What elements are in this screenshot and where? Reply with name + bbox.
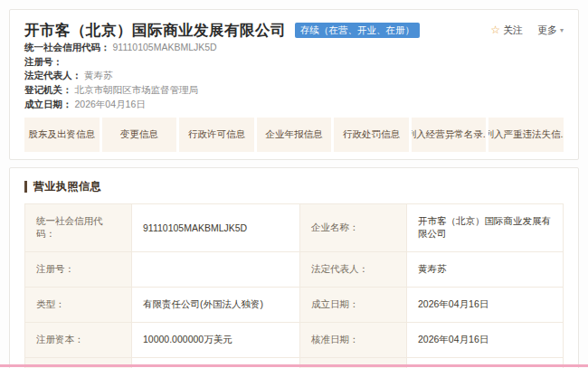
follow-label: 关注 [503, 24, 523, 37]
credit-code-label: 统一社会信用代码： [24, 42, 110, 52]
more-label: 更多 [537, 24, 557, 37]
more-button[interactable]: 更多 ▾ [537, 24, 564, 37]
info-line-credit-code: 统一社会信用代码：91110105MAKBMLJK5D [24, 42, 564, 53]
company-header-card: 开市客（北京）国际商业发展有限公司 存续（在营、开业、在册） ☆ 关注 更多 ▾… [9, 9, 579, 160]
business-license-card: 营业执照信息 统一社会信用代码： 91110105MAKBMLJK5D 企业名称… [9, 167, 579, 368]
table-value: 2026年04月16日 [407, 323, 563, 358]
company-name: 开市客（北京）国际商业发展有限公司 [24, 20, 286, 40]
info-line-authority: 登记机关：北京市朝阳区市场监督管理局 [24, 84, 564, 96]
authority-label: 登记机关： [24, 84, 72, 95]
table-value: 有限责任公司(外国法人独资) [132, 288, 300, 323]
table-value: 开市客（北京）国际商业发展有限公司 [407, 204, 563, 252]
tab-abnormal-list[interactable]: 列入经营异常名录... [412, 118, 487, 152]
table-label: 统一社会信用代码： [25, 204, 132, 252]
info-line-establish-date: 成立日期：2026年04月16日 [24, 99, 564, 110]
legal-rep-label: 法定代表人： [24, 70, 81, 80]
establish-date-label: 成立日期： [24, 99, 72, 109]
tab-admin-license[interactable]: 行政许可信息 [179, 118, 254, 152]
table-label: 法定代表人： [300, 252, 407, 288]
table-label: 成立日期： [300, 288, 407, 323]
establish-date-value: 2026年04月16日 [75, 99, 146, 109]
reg-number-label: 注册号： [24, 56, 62, 67]
tab-illegal-list[interactable]: 列入严重违法失信... [488, 118, 564, 152]
tab-shareholders[interactable]: 股东及出资信息 [24, 118, 100, 152]
section-title: 营业执照信息 [33, 179, 101, 194]
license-info-table: 统一社会信用代码： 91110105MAKBMLJK5D 企业名称： 开市客（北… [24, 203, 564, 368]
authority-value: 北京市朝阳区市场监督管理局 [75, 84, 199, 95]
tab-admin-penalty[interactable]: 行政处罚信息 [334, 118, 409, 152]
tabs-row: 股东及出资信息 变更信息 行政许可信息 企业年报信息 行政处罚信息 列入经营异常… [24, 118, 564, 152]
status-badge: 存续（在营、开业、在册） [295, 23, 420, 38]
table-label: 类型： [25, 288, 132, 323]
info-line-legal-rep: 法定代表人：黄寿苏 [24, 70, 564, 81]
tab-changes[interactable]: 变更信息 [102, 118, 177, 152]
table-label: 核准日期： [300, 323, 407, 358]
table-value: 10000.000000万美元 [132, 323, 300, 358]
table-value [132, 252, 300, 288]
star-icon: ☆ [490, 24, 500, 36]
header-actions: ☆ 关注 更多 ▾ [490, 24, 564, 37]
tab-annual-report[interactable]: 企业年报信息 [257, 118, 332, 152]
legal-rep-value: 黄寿苏 [84, 70, 113, 80]
table-label: 注册资本： [25, 323, 132, 358]
bottom-highlight-divider [0, 364, 588, 367]
follow-button[interactable]: ☆ 关注 [490, 24, 523, 37]
info-line-reg-number: 注册号： [24, 56, 564, 68]
title-row: 开市客（北京）国际商业发展有限公司 存续（在营、开业、在册） ☆ 关注 更多 ▾ [24, 20, 564, 40]
table-value: 91110105MAKBMLJK5D [132, 204, 300, 252]
section-header: 营业执照信息 [24, 179, 564, 194]
table-value: 2026年04月16日 [407, 288, 563, 323]
section-bar-icon [24, 181, 27, 193]
chevron-down-icon: ▾ [560, 26, 564, 34]
table-label: 企业名称： [300, 204, 407, 252]
table-value: 黄寿苏 [407, 252, 563, 288]
credit-code-value: 91110105MAKBMLJK5D [113, 42, 217, 52]
table-label: 注册号： [25, 252, 132, 288]
